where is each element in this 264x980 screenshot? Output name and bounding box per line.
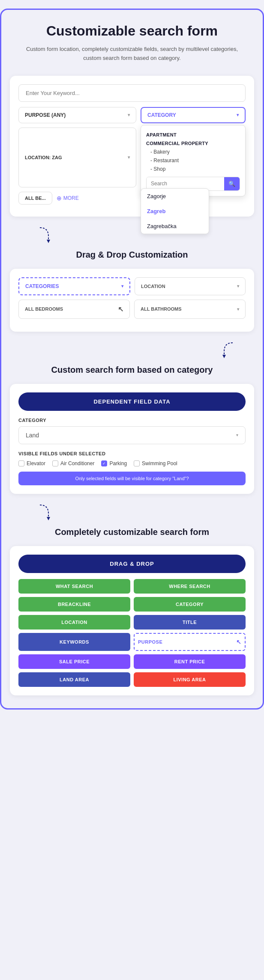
svg-marker-0 [47,240,50,243]
location-dnd-label: LOCATION [141,284,165,289]
categories-dnd-item[interactable]: CATEGORIES ▾ [18,277,130,295]
keyword-input[interactable] [18,84,246,102]
page-description: Custom form location, completely customi… [10,45,254,63]
purpose-select[interactable]: PURPOSE (ANY) ▾ [18,107,136,123]
location-select[interactable]: LOCATION: ZAG ▾ [18,128,136,187]
dnd-top-row: CATEGORIES ▾ LOCATION ▾ [18,277,246,295]
category-commercial[interactable]: COMMERCIAL PROPERTY [146,139,240,148]
all-bathrooms-chevron-icon: ▾ [237,307,239,312]
air-conditioner-label: Air Conditioner [60,460,94,466]
category-value-chevron-icon: ▾ [236,433,238,437]
dnd-card: CATEGORIES ▾ LOCATION ▾ ALL BEDROOMS ↖ A… [10,269,254,332]
drag-drop-card: DRAG & DROP WHAT SEARCH WHERE SEARCH BRE… [10,546,254,695]
checkbox-elevator[interactable]: Elevator [18,460,45,466]
location-dnd-chevron-icon: ▾ [237,284,239,288]
dependent-card: DEPENDENT FIELD DATA CATEGORY Land ▾ VIS… [10,384,254,494]
checkbox-air-conditioner[interactable]: Air Conditioner [52,460,94,466]
section1-title: Drag & Drop Customization [10,249,254,260]
all-bedrooms-dnd-item[interactable]: ALL BEDROOMS ↖ [18,300,130,319]
arrow-icon-3 [36,501,61,522]
category-bakery[interactable]: - Bakery [146,148,240,156]
land-area-btn[interactable]: LAND AREA [18,672,130,687]
checkboxes-row: Elevator Air Conditioner ✓ Parking Swimm… [18,460,246,466]
air-conditioner-checkbox-icon[interactable] [52,460,58,466]
purpose-category-row: PURPOSE (ANY) ▾ CATEGORY ▾ APARTMENT COM… [18,107,246,123]
more-icon: ⊕ [57,195,62,202]
category-dropdown-container: CATEGORY ▾ APARTMENT COMMERCIAL PROPERTY… [141,107,246,123]
autocomplete-item-zagrebacka[interactable]: Zagrebačka [141,219,209,234]
category-label: CATEGORY [147,112,176,118]
autocomplete-dropdown: Zagorje Zagreb Zagrebačka [141,188,209,234]
visible-fields-label: VISIBLE FIELDS UNDER SELECTED [18,451,246,456]
category-search-button[interactable]: 🔍 [224,177,240,190]
location-label: LOCATION: ZAG [25,155,62,160]
arrow-2-container [10,339,254,360]
svg-marker-2 [47,517,50,520]
purpose-dashed-label: PURPOSE [138,639,162,644]
autocomplete-item-zagorje[interactable]: Zagorje [141,189,209,204]
location-chevron-icon: ▾ [128,155,130,160]
category-dropdown-menu: APARTMENT COMMERCIAL PROPERTY - Bakery -… [141,125,246,196]
checkbox-swimming-pool[interactable]: Swimming Pool [134,460,177,466]
category-field-label: CATEGORY [18,418,246,423]
page-title: Customizable search form [10,23,254,39]
what-search-btn[interactable]: WHAT SEARCH [18,579,130,594]
category-restaurant[interactable]: - Restaurant [146,156,240,165]
cursor-icon-2: ↖ [118,305,123,313]
location-grid-btn[interactable]: LOCATION [18,615,130,630]
svg-marker-1 [222,355,226,358]
section2-title: Custom search form based on category [10,364,254,375]
autocomplete-item-zagreb[interactable]: Zagreb [141,204,209,219]
checkbox-parking[interactable]: ✓ Parking [101,460,127,466]
category-chevron-icon: ▾ [237,113,239,117]
parking-checkbox-icon[interactable]: ✓ [101,460,107,466]
parking-label: Parking [109,460,127,466]
living-area-btn[interactable]: LIVING AREA [134,672,246,687]
dependent-field-button[interactable]: DEPENDENT FIELD DATA [18,392,246,411]
category-shop[interactable]: - Shop [146,165,240,173]
breackline-btn[interactable]: BREACKLINE [18,597,130,612]
section3-title: Completely customizable search form [10,526,254,538]
purpose-label: PURPOSE (ANY) [25,112,66,118]
category-value-select[interactable]: Land ▾ [18,426,246,444]
bedrooms-label: ALL BE... [25,196,46,201]
dnd-bottom-row: ALL BEDROOMS ↖ ALL BATHROOMS ▾ [18,300,246,319]
location-dnd-item[interactable]: LOCATION ▾ [135,277,246,295]
elevator-label: Elevator [27,460,45,466]
category-value: Land [26,432,39,439]
category-apartment[interactable]: APARTMENT [146,131,240,139]
title-btn[interactable]: TITLE [134,615,246,630]
keywords-btn[interactable]: KEYWORDS [18,633,130,651]
more-label: MORE [63,195,79,201]
categories-chevron-icon: ▾ [121,284,123,288]
arrow-icon-2 [211,339,237,360]
where-search-btn[interactable]: WHERE SEARCH [134,579,246,594]
drag-drop-grid: WHAT SEARCH WHERE SEARCH BREACKLINE CATE… [18,579,246,687]
category-select[interactable]: CATEGORY ▾ [141,107,246,123]
purpose-cursor-icon: ↖ [236,638,242,645]
all-bathrooms-dnd-label: ALL BATHROOMS [141,306,182,312]
all-bedrooms-dnd-label: ALL BEDROOMS [25,306,63,312]
purpose-chevron-icon: ▾ [128,113,130,117]
sale-price-btn[interactable]: SALE PRICE [18,654,130,669]
swimming-pool-checkbox-icon[interactable] [134,460,140,466]
drag-drop-button[interactable]: DRAG & DROP [18,555,246,573]
all-bathrooms-dnd-item[interactable]: ALL BATHROOMS ▾ [134,300,246,319]
more-link[interactable]: ⊕ MORE [57,195,79,202]
info-bubble: Only selected fields will be visible for… [18,472,246,485]
bedrooms-button[interactable]: ALL BE... [18,192,52,205]
swimming-pool-label: Swimming Pool [142,460,177,466]
purpose-dashed-btn[interactable]: PURPOSE ↖ [134,633,246,651]
page-wrapper: Customizable search form Custom form loc… [0,9,264,710]
rent-price-btn[interactable]: RENT PRICE [134,654,246,669]
search-form-card: PURPOSE (ANY) ▾ CATEGORY ▾ APARTMENT COM… [10,76,254,217]
elevator-checkbox-icon[interactable] [18,460,24,466]
category-grid-btn[interactable]: CATEGORY [134,597,246,612]
arrow-icon-1 [36,223,61,245]
categories-label: CATEGORIES [25,283,59,289]
